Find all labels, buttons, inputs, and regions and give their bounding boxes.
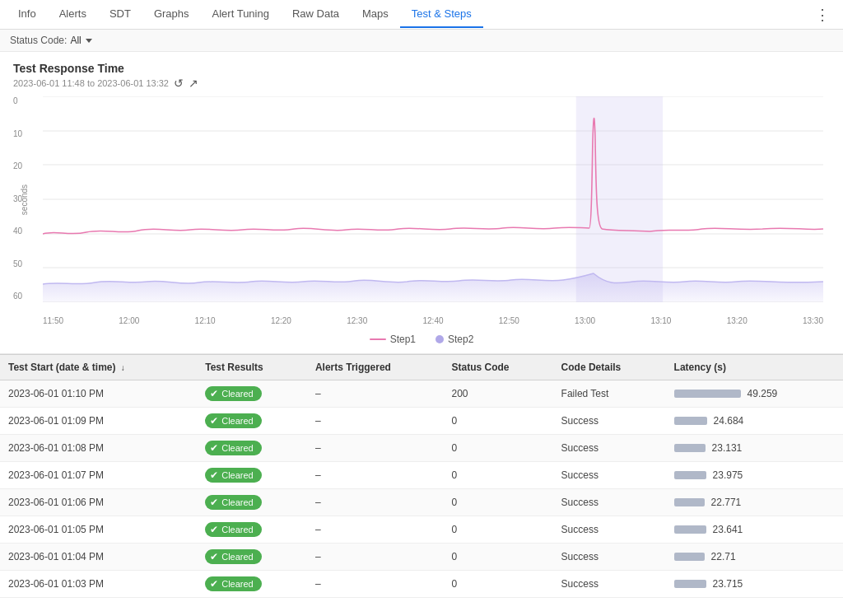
table-row[interactable]: 2023-06-01 01:05 PM ✔ Cleared – 0 Succes… [0,516,843,544]
check-icon: ✔ [210,415,218,427]
svg-rect-7 [576,96,663,302]
chart-svg-area [43,96,823,302]
latency-value: 23.131 [712,442,743,454]
table-row[interactable]: 2023-06-01 01:06 PM ✔ Cleared – 0 Succes… [0,489,843,516]
latency-bar [674,580,706,588]
cell-code-details: Success [553,435,666,462]
legend-step1: Step1 [370,334,416,345]
cell-time: 2023-06-01 01:05 PM [0,516,197,544]
tab-alerts[interactable]: Alerts [48,1,98,28]
col-code-details: Code Details [553,355,666,380]
cell-alerts: – [307,380,444,408]
table-row[interactable]: 2023-06-01 01:10 PM ✔ Cleared – 200 Fail… [0,380,843,408]
latency-value: 24.684 [714,415,744,427]
chevron-down-icon [86,39,92,43]
cell-status-code: 0 [444,489,553,516]
legend-step2-label: Step2 [448,334,473,345]
check-icon: ✔ [210,469,218,481]
cell-alerts: – [307,435,444,462]
legend-step1-label: Step1 [390,334,416,345]
refresh-icon[interactable]: ↺ [174,77,184,90]
cell-latency: 23.131 [666,435,843,462]
chart-legend: Step1 Step2 [13,327,830,353]
cell-result: ✔ Cleared [197,571,307,598]
cleared-badge: ✔ Cleared [205,441,262,455]
col-test-start[interactable]: Test Start (date & time) ↓ [0,355,197,380]
cell-alerts: – [307,544,444,571]
cell-time: 2023-06-01 01:04 PM [0,544,197,571]
cell-code-details: Success [553,408,666,435]
cell-code-details: Success [553,462,666,489]
cell-time: 2023-06-01 01:10 PM [0,380,197,408]
cell-alerts: – [307,408,444,435]
cell-result: ✔ Cleared [197,408,307,435]
cell-latency: 22.71 [666,544,843,571]
cell-result: ✔ Cleared [197,489,307,516]
cell-latency: 49.259 [666,380,843,408]
cleared-badge: ✔ Cleared [205,468,262,483]
cell-latency: 22.771 [666,489,843,516]
tab-raw-data[interactable]: Raw Data [281,1,351,28]
check-icon: ✔ [210,578,218,590]
legend-step2: Step2 [435,334,473,345]
cell-time: 2023-06-01 01:09 PM [0,408,197,435]
cell-code-details: Success [553,571,666,598]
latency-bar [674,417,707,425]
latency-value: 22.71 [711,551,736,562]
check-icon: ✔ [210,497,218,508]
cell-latency: 23.641 [666,516,843,544]
cleared-badge: ✔ Cleared [205,386,262,401]
col-latency: Latency (s) [666,355,843,380]
cell-status-code: 0 [444,544,553,571]
latency-value: 22.771 [711,497,742,508]
latency-bar [674,498,705,506]
expand-icon[interactable]: ↗ [189,77,198,90]
table-row[interactable]: 2023-06-01 01:07 PM ✔ Cleared – 0 Succes… [0,462,843,489]
tab-maps[interactable]: Maps [351,1,400,28]
cell-status-code: 0 [444,516,553,544]
cell-alerts: – [307,462,444,489]
tab-graphs[interactable]: Graphs [142,1,201,28]
tab-alert-tuning[interactable]: Alert Tuning [201,1,281,28]
table-section: Test Start (date & time) ↓ Test Results … [0,354,843,598]
sort-icon: ↓ [121,363,125,372]
col-status-code: Status Code [444,355,553,380]
latency-value: 23.641 [713,524,743,535]
cell-latency: 24.684 [666,408,843,435]
cell-alerts: – [307,516,444,544]
cell-alerts: – [307,489,444,516]
check-icon: ✔ [210,551,218,562]
table-row[interactable]: 2023-06-01 01:09 PM ✔ Cleared – 0 Succes… [0,408,843,435]
results-table: Test Start (date & time) ↓ Test Results … [0,354,843,598]
step1-line-icon [370,338,386,340]
col-alerts: Alerts Triggered [307,355,444,380]
tab-sdt[interactable]: SDT [98,1,142,28]
chart-container: 60 50 40 30 20 10 0 seconds [13,96,830,327]
check-icon: ✔ [210,388,218,399]
latency-bar [674,390,741,398]
more-menu-button[interactable]: ⋮ [808,2,836,27]
latency-bar [674,525,706,534]
cell-status-code: 0 [444,462,553,489]
latency-value: 49.259 [748,388,778,399]
cell-result: ✔ Cleared [197,544,307,571]
check-icon: ✔ [210,524,218,535]
cell-result: ✔ Cleared [197,435,307,462]
tab-info[interactable]: Info [7,1,48,28]
check-icon: ✔ [210,442,218,454]
cleared-badge: ✔ Cleared [205,522,262,537]
latency-bar [674,444,706,452]
tab-test-steps[interactable]: Test & Steps [400,1,483,28]
latency-bar [674,471,706,479]
latency-bar [674,553,705,561]
cell-result: ✔ Cleared [197,516,307,544]
cell-status-code: 0 [444,571,553,598]
table-row[interactable]: 2023-06-01 01:04 PM ✔ Cleared – 0 Succes… [0,544,843,571]
table-header-row: Test Start (date & time) ↓ Test Results … [0,355,843,380]
status-code-filter[interactable]: All [70,35,91,46]
cleared-badge: ✔ Cleared [205,576,262,591]
table-row[interactable]: 2023-06-01 01:08 PM ✔ Cleared – 0 Succes… [0,435,843,462]
cell-status-code: 0 [444,435,553,462]
filter-row: Status Code: All [0,30,843,52]
table-row[interactable]: 2023-06-01 01:03 PM ✔ Cleared – 0 Succes… [0,571,843,598]
